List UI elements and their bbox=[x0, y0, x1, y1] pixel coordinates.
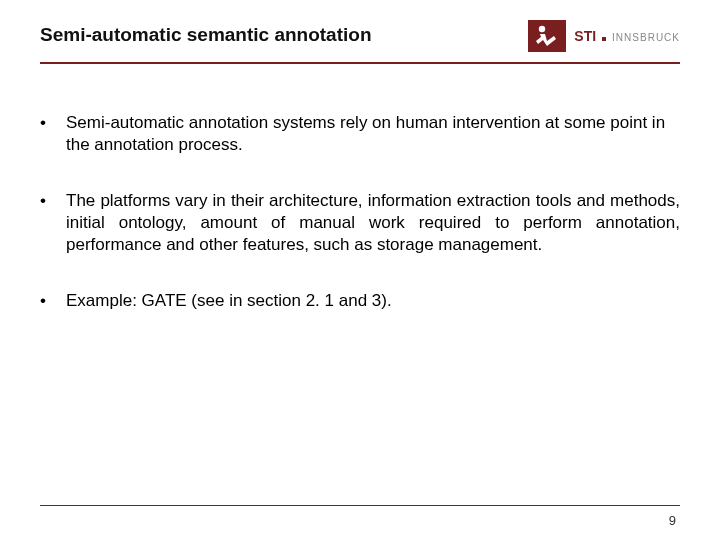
logo-sti-text: STI bbox=[574, 28, 596, 44]
bullet-text: Example: GATE (see in section 2. 1 and 3… bbox=[66, 290, 680, 312]
logo-icon bbox=[528, 20, 566, 52]
list-item: • The platforms vary in their architectu… bbox=[40, 190, 680, 256]
slide: Semi-automatic semantic annotation STI I… bbox=[0, 0, 720, 540]
list-item: • Example: GATE (see in section 2. 1 and… bbox=[40, 290, 680, 312]
logo-text: STI INNSBRUCK bbox=[574, 28, 680, 44]
bullet-text: Semi-automatic annotation systems rely o… bbox=[66, 112, 680, 156]
svg-point-0 bbox=[539, 26, 545, 32]
bullet-icon: • bbox=[40, 290, 66, 312]
footer-divider bbox=[40, 505, 680, 506]
logo: STI INNSBRUCK bbox=[528, 20, 680, 52]
list-item: • Semi-automatic annotation systems rely… bbox=[40, 112, 680, 156]
bullet-text: The platforms vary in their architecture… bbox=[66, 190, 680, 256]
bullet-icon: • bbox=[40, 190, 66, 212]
logo-location-text: INNSBRUCK bbox=[612, 32, 680, 43]
bullet-icon: • bbox=[40, 112, 66, 134]
header-divider bbox=[40, 62, 680, 64]
body: • Semi-automatic annotation systems rely… bbox=[40, 112, 680, 346]
page-number: 9 bbox=[669, 513, 676, 528]
logo-dot-icon bbox=[602, 37, 606, 41]
